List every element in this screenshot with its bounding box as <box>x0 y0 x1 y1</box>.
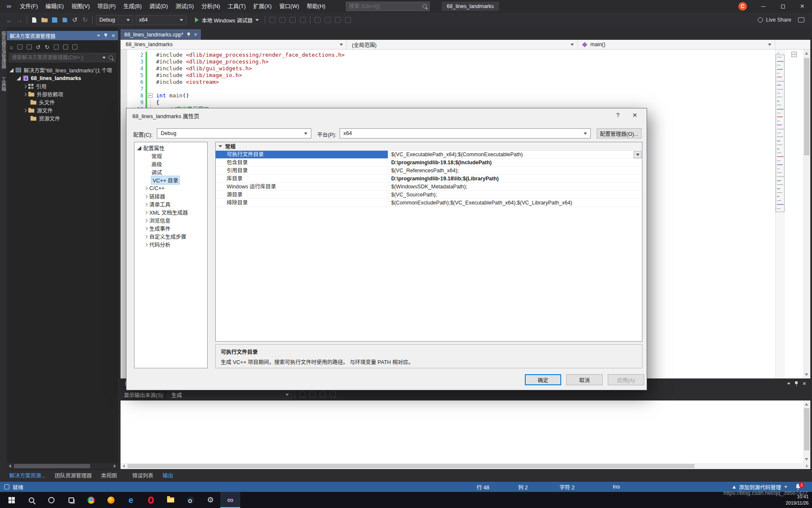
property-row[interactable]: 排除目录$(CommonExcludePath);$(VC_Executable… <box>216 199 642 207</box>
maximize-button[interactable] <box>773 0 793 13</box>
panel-tab-error-list[interactable]: 错误列表 <box>132 471 153 479</box>
property-value[interactable]: $(WindowsSDK_MetadataPath); <box>388 183 642 190</box>
property-row[interactable]: 库目录D:\programing\dlib-19.18\lib;$(Librar… <box>216 175 642 183</box>
panel-tab-output[interactable]: 输出 <box>162 471 173 479</box>
scrollbar-thumb[interactable] <box>128 464 694 468</box>
menu-file[interactable]: 文件(F) <box>16 0 42 13</box>
cancel-button[interactable]: 取消 <box>566 374 603 385</box>
close-icon[interactable] <box>194 31 198 38</box>
chevron-down-icon[interactable] <box>97 35 100 37</box>
solution-tree-item[interactable]: 68_lines_landmarks <box>7 74 118 82</box>
properties-icon[interactable] <box>63 44 68 50</box>
property-group-header[interactable]: 常规 <box>216 142 642 151</box>
taskbar-button-edge[interactable] <box>121 492 141 508</box>
output-source-dropdown[interactable]: 生成 <box>167 390 293 399</box>
taskbar-button-search[interactable] <box>22 492 41 508</box>
property-row[interactable]: 可执行文件目录$(VC_ExecutablePath_x64);$(Common… <box>216 151 642 159</box>
menu-analyze[interactable]: 分析(N) <box>198 0 224 13</box>
dialog-platform-dropdown[interactable]: x64 <box>340 128 591 138</box>
dialog-close-button[interactable] <box>631 110 639 120</box>
platform-dropdown[interactable]: x64 <box>136 15 187 25</box>
help-button[interactable]: ? <box>614 112 622 119</box>
member-dropdown[interactable]: main() <box>578 40 775 49</box>
taskbar-button-file-explorer[interactable] <box>161 492 181 508</box>
apply-button[interactable]: 应用(A) <box>608 374 644 385</box>
dialog-configuration-dropdown[interactable]: Debug <box>157 128 311 138</box>
code-line[interactable]: 3#include <dlib/image_processing.h> <box>121 58 772 65</box>
code-line[interactable]: 6#include <iostream> <box>121 79 772 86</box>
sync-icon[interactable]: ↺ <box>36 44 41 50</box>
indent-icon[interactable] <box>335 17 341 23</box>
property-value[interactable]: $(CommonExcludePath);$(VC_ExecutablePath… <box>388 199 642 207</box>
panel-tab-team-explorer[interactable]: 团队资源管理器 <box>55 471 92 479</box>
category-item[interactable]: C/C++ <box>134 184 207 192</box>
taskbar-button-steam[interactable] <box>181 492 200 508</box>
pin-icon[interactable] <box>795 381 798 386</box>
expander-icon[interactable] <box>144 194 148 198</box>
collapse-all-icon[interactable] <box>54 44 59 50</box>
taskbar-button-chrome[interactable] <box>81 492 101 508</box>
category-item[interactable]: 自定义生成步骤 <box>134 232 207 240</box>
scroll-right-icon[interactable] <box>114 464 116 468</box>
property-row[interactable]: 引用目录$(VC_ReferencesPath_x64); <box>216 167 642 175</box>
scrollbar-thumb[interactable] <box>804 58 809 155</box>
solution-tree-item[interactable]: 引用 <box>7 82 118 90</box>
expander-icon[interactable] <box>144 226 148 230</box>
expander-icon[interactable] <box>9 68 14 72</box>
solution-tree-item[interactable]: 头文件 <box>7 98 118 106</box>
tool-window-tab-server-explorer[interactable]: 服务器资源管理器 <box>0 31 7 69</box>
category-item[interactable]: 高级 <box>134 160 207 168</box>
panel-tab-solution-explorer[interactable]: 解决方案资源... <box>9 471 45 479</box>
solution-tree-item[interactable]: 解决方案“68_lines_landmarks”(1 个项 <box>7 66 118 74</box>
solution-search-box[interactable] <box>9 53 116 62</box>
taskbar-button-visual-studio[interactable] <box>220 492 240 508</box>
home-icon[interactable]: ⌂ <box>10 44 13 50</box>
ok-button[interactable]: 确定 <box>525 374 561 385</box>
value-dropdown-button[interactable] <box>634 151 642 158</box>
chevron-down-icon[interactable] <box>102 57 106 59</box>
feedback-icon[interactable] <box>798 17 804 22</box>
menu-test[interactable]: 测试(S) <box>172 0 198 13</box>
menu-view[interactable]: 视图(V) <box>68 0 93 13</box>
scroll-left-icon[interactable] <box>123 464 125 468</box>
save-all-icon[interactable] <box>60 15 70 25</box>
pin-icon[interactable] <box>104 33 108 38</box>
start-debugging-button[interactable]: 本地 Windows 调试器 <box>191 15 263 25</box>
category-item[interactable]: 链接器 <box>134 192 207 200</box>
property-value[interactable]: D:\programing\dlib-19.18\lib;$(LibraryPa… <box>388 175 642 182</box>
scroll-down-icon[interactable] <box>805 458 808 461</box>
category-item[interactable]: 生成事件 <box>134 224 207 232</box>
configuration-dropdown[interactable]: Debug <box>96 15 133 25</box>
menu-extensions[interactable]: 扩展(X) <box>250 0 275 13</box>
property-value[interactable]: $(VC_SourcePath); <box>388 191 642 199</box>
expander-icon[interactable] <box>23 84 27 88</box>
taskbar-button-cortana[interactable] <box>41 492 61 508</box>
menu-tools[interactable]: 工具(T) <box>224 0 250 13</box>
output-content[interactable] <box>121 400 810 463</box>
scrollbar-thumb[interactable] <box>804 408 809 450</box>
dialog-titlebar[interactable]: 68_lines_landmarks 属性页 <box>126 108 647 123</box>
undo-icon[interactable] <box>70 15 80 25</box>
navigate-forward-icon[interactable]: → <box>14 15 25 25</box>
property-value[interactable]: $(VC_ExecutablePath_x64);$(CommonExecuta… <box>388 151 642 158</box>
property-row[interactable]: 包含目录D:\programing\dlib-19.18;$(IncludePa… <box>216 159 642 167</box>
category-item[interactable]: 调试 <box>134 168 207 176</box>
code-line[interactable]: 4#include <dlib/gui_widgets.h> <box>121 65 772 72</box>
live-share-button[interactable]: Live Share <box>758 17 798 23</box>
category-item[interactable]: 常规 <box>134 152 207 160</box>
code-line[interactable]: 5#include <dlib/image_io.h> <box>121 72 772 79</box>
scroll-up-icon[interactable] <box>805 52 808 55</box>
solution-tree-item[interactable]: 源文件 <box>7 106 118 114</box>
taskbar-button-firefox[interactable] <box>101 492 121 508</box>
attach-icon[interactable] <box>269 17 275 23</box>
preview-selected-icon[interactable] <box>72 44 77 50</box>
taskbar-button-settings[interactable] <box>200 492 220 508</box>
pin-icon[interactable] <box>187 32 191 37</box>
property-value[interactable]: $(VC_ReferencesPath_x64); <box>388 167 642 174</box>
code-line[interactable]: 9{ <box>121 99 772 106</box>
solution-tree-item[interactable]: 外部依赖项 <box>7 90 118 98</box>
expander-icon[interactable] <box>144 235 148 238</box>
taskbar-button-task-view[interactable] <box>61 492 81 508</box>
save-icon[interactable] <box>49 15 60 25</box>
solution-explorer-header[interactable]: 解决方案资源管理器 <box>7 31 118 40</box>
